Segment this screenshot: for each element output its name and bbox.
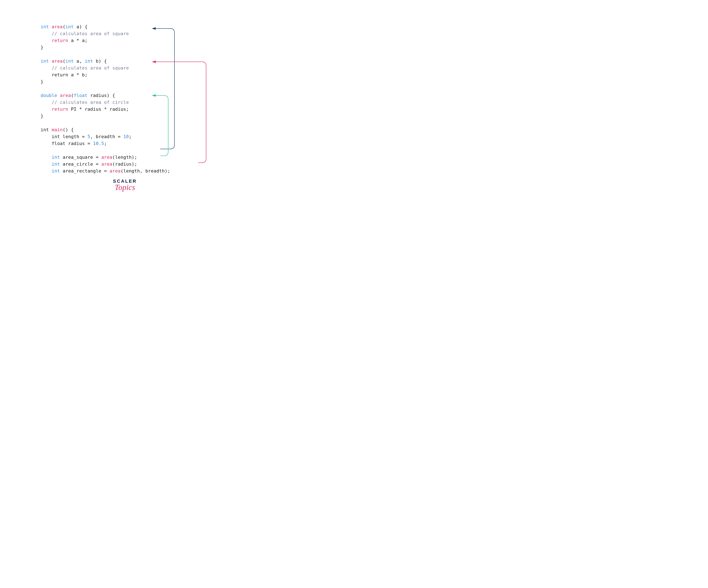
return-expr: a * a; bbox=[68, 38, 87, 43]
type-int: int bbox=[52, 155, 60, 160]
fn-area-1: area bbox=[52, 24, 63, 29]
decl-1c: ; bbox=[129, 134, 131, 139]
decl-2b: ; bbox=[104, 141, 107, 146]
decl-1a: int length = bbox=[40, 134, 87, 139]
main-sig-1: int bbox=[40, 127, 52, 132]
comment: // calculates area of square bbox=[52, 65, 129, 70]
type-int: int bbox=[52, 168, 60, 174]
return-kw: return bbox=[52, 38, 68, 43]
call-1-mid: area_square = bbox=[60, 155, 101, 160]
type-int: int bbox=[52, 161, 60, 167]
return-kw: return bbox=[52, 106, 68, 112]
num-5: 5 bbox=[87, 134, 90, 139]
param-name: a, bbox=[74, 59, 85, 64]
code-block: int area(int a) { // calculates area of … bbox=[40, 23, 170, 174]
call-area-1: area bbox=[101, 155, 112, 160]
fn-main: main bbox=[52, 127, 63, 132]
param-name: b bbox=[93, 59, 99, 64]
return-expr: PI * radius * radius; bbox=[68, 106, 129, 112]
return-line: return a * b; bbox=[40, 72, 87, 78]
comment: // calculates area of square bbox=[52, 31, 129, 36]
close-brace: } bbox=[40, 45, 43, 50]
param-type: int bbox=[65, 59, 74, 64]
type-double: double bbox=[40, 93, 57, 98]
param-type: int bbox=[85, 59, 93, 64]
num-10-5: 10.5 bbox=[93, 141, 104, 146]
decl-2a: float radius = bbox=[40, 141, 93, 146]
comment: // calculates area of circle bbox=[52, 100, 129, 105]
call-1-args: (length); bbox=[112, 155, 137, 160]
call-3-args: (length, breadth); bbox=[121, 168, 170, 174]
call-area-2: area bbox=[101, 161, 112, 167]
param-name: radius bbox=[87, 93, 107, 98]
fn-area-2: area bbox=[52, 59, 63, 64]
param-type: int bbox=[65, 24, 74, 29]
param-name: a bbox=[74, 24, 79, 29]
call-2-args: (radius); bbox=[112, 161, 137, 167]
num-10: 10 bbox=[123, 134, 129, 139]
call-2-mid: area_circle = bbox=[60, 161, 101, 167]
main-sig-2: () { bbox=[63, 127, 74, 132]
close-brace: } bbox=[40, 79, 43, 84]
type-int: int bbox=[40, 24, 49, 29]
close-brace: } bbox=[40, 114, 43, 119]
sig-tail: ) { bbox=[107, 93, 115, 98]
scaler-topics-logo: SCALER Topics bbox=[113, 179, 137, 192]
logo-line2: Topics bbox=[113, 183, 137, 192]
call-3-mid: area_rectangle = bbox=[60, 168, 110, 174]
fn-area-3: area bbox=[60, 93, 71, 98]
diagram-viewport: int area(int a) { // calculates area of … bbox=[0, 0, 250, 208]
decl-1b: , breadth = bbox=[90, 134, 123, 139]
sig-tail: ) { bbox=[79, 24, 87, 29]
param-type: float bbox=[74, 93, 87, 98]
call-area-3: area bbox=[110, 168, 121, 174]
sig-tail: ) { bbox=[98, 59, 107, 64]
type-int: int bbox=[40, 59, 49, 64]
